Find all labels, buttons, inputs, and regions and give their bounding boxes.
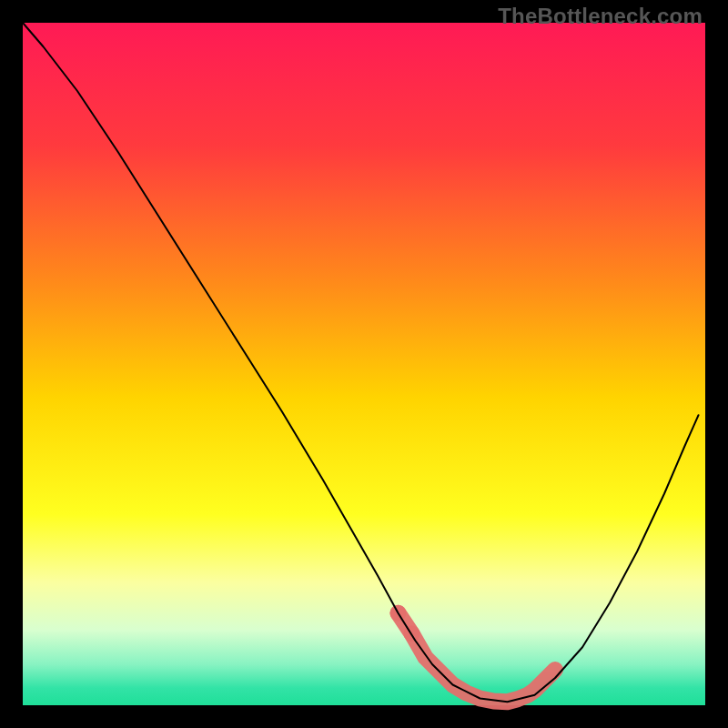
highlight-band — [390, 605, 556, 703]
plot-area — [23, 23, 705, 705]
bottleneck-curve — [23, 23, 699, 702]
watermark-text: TheBottleneck.com — [498, 4, 703, 29]
chart-frame: TheBottleneck.com — [0, 0, 728, 728]
curve-layer — [23, 23, 705, 705]
